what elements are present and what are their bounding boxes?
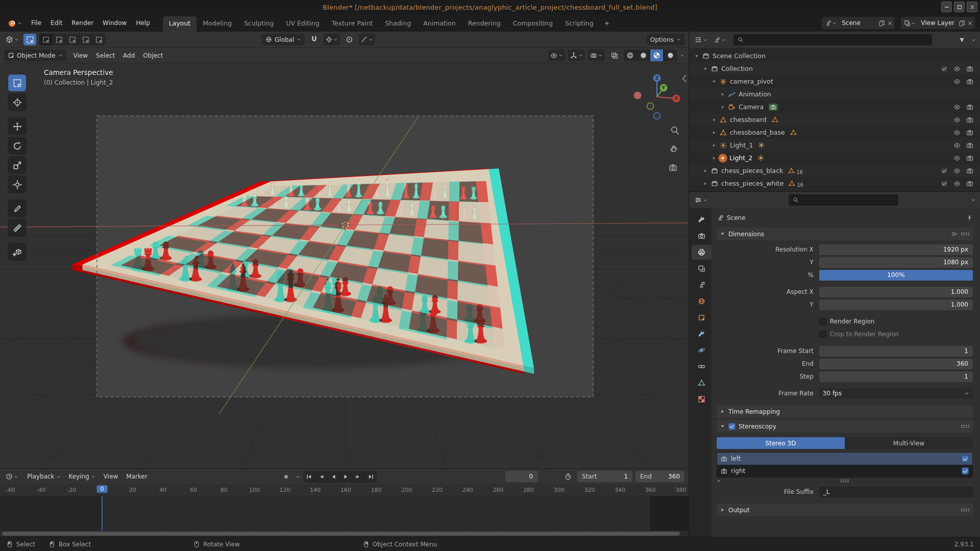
filter-button[interactable] (955, 34, 968, 46)
playhead[interactable] (102, 496, 103, 531)
timeline-ruler[interactable]: -60-40-200204060801001201401601802002202… (0, 484, 689, 496)
blender-app-menu[interactable] (5, 19, 24, 28)
hide-in-viewport-toggle[interactable] (950, 142, 963, 149)
-slider[interactable]: 100% (819, 270, 973, 281)
workspace-tab-rendering[interactable]: Rendering (462, 16, 507, 32)
shading-wireframe[interactable] (624, 49, 637, 61)
collection-exclude-checkbox[interactable] (938, 65, 950, 72)
snap-toggle-button[interactable] (308, 34, 321, 45)
menu-window[interactable]: Window (98, 17, 131, 29)
properties-search-input[interactable] (802, 196, 894, 204)
hide-in-viewport-toggle[interactable] (950, 129, 963, 136)
remove-view-layer-button[interactable] (967, 20, 973, 26)
select-mode-set[interactable] (39, 34, 53, 45)
hide-in-viewport-toggle[interactable] (950, 104, 963, 111)
xray-toggle[interactable] (608, 49, 621, 61)
step-field[interactable]: 1 (819, 371, 973, 382)
menu-render[interactable]: Render (67, 17, 98, 29)
unlink-scene-button[interactable] (887, 20, 893, 26)
play-button[interactable] (340, 471, 352, 483)
select-mode-intersect[interactable] (92, 34, 106, 45)
properties-tab-world[interactable] (692, 294, 712, 309)
disclosure-closed-icon[interactable] (718, 92, 727, 97)
disclosure-closed-icon[interactable] (709, 117, 718, 122)
hide-in-viewport-toggle[interactable] (950, 180, 963, 187)
outliner-row-camera-pivot[interactable]: camera_pivot (689, 75, 980, 88)
disable-in-renders-toggle[interactable] (963, 104, 976, 111)
y-field[interactable]: 1.000 (819, 299, 973, 310)
viewport-menu-object[interactable]: Object (139, 50, 167, 61)
previous-keyframe-button[interactable] (315, 471, 328, 483)
auto-keying-toggle[interactable] (280, 471, 292, 483)
frame-end-field[interactable]: End 360 (635, 471, 684, 482)
hide-in-viewport-toggle[interactable] (950, 78, 963, 85)
properties-search[interactable] (789, 194, 898, 206)
tool-select-box[interactable] (8, 74, 26, 91)
pin-icon[interactable] (966, 215, 973, 221)
snap-settings-dropdown[interactable] (324, 34, 340, 45)
frame-start-field[interactable]: 1 (819, 346, 973, 357)
properties-tab-modifiers[interactable] (692, 327, 712, 341)
mode-dropdown[interactable]: Object Mode (4, 49, 66, 61)
shading-solid[interactable] (637, 49, 650, 61)
filter-chevron-icon[interactable] (971, 38, 976, 42)
disable-in-renders-toggle[interactable] (963, 167, 976, 174)
jump-to-start-button[interactable] (303, 471, 315, 483)
shading-options-chevron-icon[interactable] (680, 53, 684, 58)
proportional-falloff-dropdown[interactable] (359, 34, 375, 45)
properties-tab-object[interactable] (692, 310, 712, 325)
display-mode-dropdown[interactable] (712, 36, 727, 44)
workspace-tab-compositing[interactable]: Compositing (507, 16, 559, 32)
tool-measure[interactable] (8, 219, 26, 236)
panel-header-time-remapping[interactable]: Time Remapping (717, 405, 973, 418)
view-row-left[interactable]: left (717, 453, 972, 465)
tool-transform[interactable] (8, 176, 26, 193)
panel-drag-grip[interactable] (961, 232, 970, 236)
properties-options-chevron-icon[interactable] (971, 197, 976, 203)
add-workspace-button[interactable]: + (600, 16, 614, 32)
tool-move[interactable] (8, 118, 26, 135)
timeline-menu-playback[interactable]: Playback (23, 471, 65, 482)
viewport-menu-add[interactable]: Add (119, 50, 139, 61)
mode-tab-stereo-3d[interactable]: Stereo 3D (717, 437, 845, 449)
disclosure-closed-icon[interactable] (718, 105, 727, 110)
list-resize-grip[interactable] (840, 479, 849, 483)
properties-tab-tool[interactable] (692, 212, 712, 227)
minimize-button[interactable] (941, 2, 952, 12)
properties-tab-output[interactable] (692, 245, 712, 260)
outliner-row-light-1[interactable]: Light_1 (689, 139, 980, 152)
disable-in-renders-toggle[interactable] (963, 116, 976, 123)
hide-in-viewport-toggle[interactable] (950, 116, 963, 123)
view-layer-name[interactable]: View Layer (919, 19, 957, 27)
menu-help[interactable]: Help (131, 17, 154, 29)
disable-in-renders-toggle[interactable] (963, 65, 976, 72)
playhead-frame-chip[interactable]: 0 (96, 485, 107, 493)
stereoscopy-enable-checkbox[interactable] (728, 423, 736, 430)
properties-tab-texture[interactable] (692, 392, 712, 407)
mode-tab-multi-view[interactable]: Multi-View (845, 437, 973, 449)
view-enabled-checkbox[interactable] (962, 455, 969, 462)
hide-in-viewport-toggle[interactable] (950, 167, 963, 174)
3d-viewport[interactable]: ZYX Camera Perspective (0) Collection | … (0, 63, 689, 468)
view-enabled-checkbox[interactable] (962, 467, 969, 474)
menu-file[interactable]: File (27, 17, 46, 29)
properties-tab-constraints[interactable] (692, 359, 712, 374)
workspace-tab-animation[interactable]: Animation (417, 16, 462, 32)
keying-popover-chevron-icon[interactable] (296, 474, 300, 479)
aspect-x-field[interactable]: 1.000 (819, 287, 973, 297)
properties-tab-object-data[interactable] (692, 375, 712, 390)
outliner-row-scene-collection[interactable]: Scene Collection (689, 49, 980, 62)
outliner-row-chess-pieces-white[interactable]: chess_pieces_white16 (689, 177, 980, 190)
current-frame-field[interactable]: 0 (505, 471, 538, 482)
presets-icon[interactable] (951, 231, 958, 237)
select-mode-invert[interactable] (79, 34, 92, 45)
browse-view-layer-button[interactable] (903, 20, 917, 27)
properties-tab-scene[interactable] (692, 278, 712, 292)
editor-type-button[interactable] (693, 35, 709, 44)
workspace-tab-layout[interactable]: Layout (163, 16, 197, 32)
properties-tab-view-layer[interactable] (692, 261, 712, 276)
tool-cursor[interactable] (8, 94, 26, 111)
list-expand-icon[interactable] (717, 479, 721, 483)
viewport-menu-view[interactable]: View (69, 50, 92, 61)
overlays-dropdown[interactable] (588, 49, 605, 61)
